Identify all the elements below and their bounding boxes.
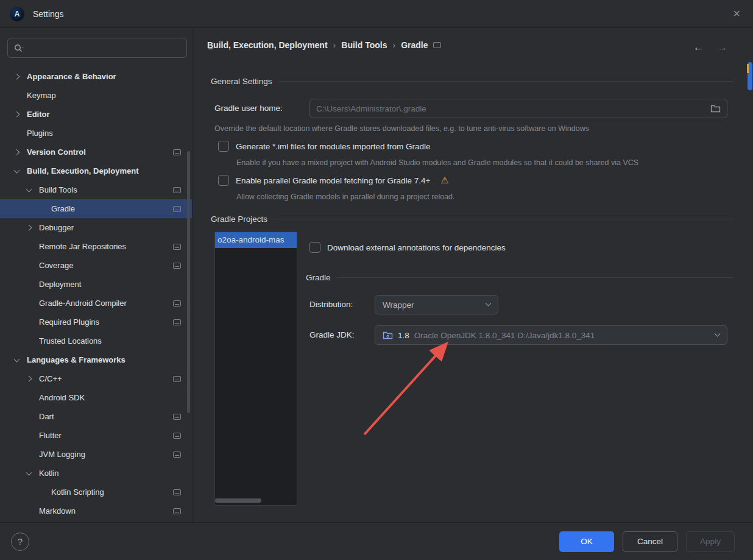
sidebar-item-label: Build Tools [39, 185, 77, 194]
breadcrumb-part[interactable]: Gradle [401, 40, 428, 50]
sidebar-item-required-plugins[interactable]: Required Plugins [0, 313, 192, 331]
distribution-value: Wrapper [383, 300, 414, 310]
sidebar-item-android-sdk[interactable]: Android SDK [0, 388, 192, 407]
project-list-item[interactable]: o2oa-android-mas [215, 232, 297, 248]
chevron-down-icon[interactable] [26, 186, 32, 192]
sidebar-item-label: JVM Logging [39, 450, 85, 459]
sidebar-item-version-control[interactable]: Version Control [0, 143, 192, 161]
sidebar-item-appearance-behavior[interactable]: Appearance & Behavior [0, 67, 192, 86]
sidebar-item-build-tools[interactable]: Build Tools [0, 180, 192, 199]
sidebar-item-label: Build, Execution, Deployment [27, 166, 138, 175]
back-arrow-icon[interactable]: ← [693, 41, 704, 54]
sidebar-item-keymap[interactable]: Keymap [0, 86, 192, 105]
dialog-buttons: OK Cancel Apply [559, 531, 735, 552]
gradle-projects-list[interactable]: o2oa-android-mas [214, 232, 297, 506]
sidebar-item-label: Deployment [39, 280, 81, 289]
chevron-right-icon[interactable] [26, 224, 32, 230]
jdk-version: 1.8 [398, 331, 409, 340]
generate-iml-row: Generate *.iml files for modules importe… [218, 141, 431, 152]
sidebar-item-deployment[interactable]: Deployment [0, 275, 192, 294]
sidebar-item-flutter[interactable]: Flutter [0, 426, 192, 445]
section-divider [274, 219, 734, 219]
gradle-projects-header: Gradle Projects [211, 214, 734, 224]
section-divider [337, 277, 734, 278]
sidebar-item-c-c[interactable]: C/C++ [0, 369, 192, 388]
sidebar-item-plugins[interactable]: Plugins [0, 124, 192, 143]
parallel-fetch-checkbox[interactable] [218, 175, 229, 186]
search-input[interactable] [7, 38, 187, 58]
breadcrumb-part[interactable]: Build Tools [341, 40, 387, 50]
screen-badge-icon [173, 244, 181, 250]
sidebar-item-dart[interactable]: Dart [0, 407, 192, 426]
screen-badge-icon [173, 300, 181, 307]
sidebar-item-label: C/C++ [39, 374, 62, 383]
sidebar-item-label: Trusted Locations [39, 336, 102, 346]
screen-badge-icon [173, 149, 181, 155]
sidebar-item-label: Required Plugins [39, 317, 99, 327]
help-button[interactable]: ? [11, 533, 29, 551]
sidebar-item-build-execution-deployment[interactable]: Build, Execution, Deployment [0, 161, 192, 180]
ok-button[interactable]: OK [559, 531, 614, 552]
general-settings-header: General Settings [211, 77, 734, 86]
parallel-fetch-row: Enable parallel Gradle model fetching fo… [218, 175, 449, 186]
folder-icon[interactable] [710, 104, 721, 113]
sidebar-item-gradle[interactable]: Gradle [0, 199, 192, 218]
screen-badge-icon [173, 206, 181, 212]
settings-content: Build, Execution, Deployment › Build Too… [193, 28, 753, 522]
sidebar-item-label: Version Control [27, 147, 86, 157]
gradle-user-home-field[interactable]: C:\Users\Administrator\.gradle [309, 99, 727, 118]
chevron-down-icon [715, 330, 721, 336]
screen-badge-icon [173, 263, 181, 269]
chevron-right-icon[interactable] [14, 149, 20, 155]
chevron-right-icon[interactable] [14, 73, 20, 79]
content-scrollbar[interactable] [747, 58, 753, 522]
chevron-right-icon[interactable] [14, 111, 20, 117]
distribution-label: Distribution: [309, 300, 353, 309]
sidebar-item-remote-jar-repositories[interactable]: Remote Jar Repositories [0, 237, 192, 256]
chevron-right-icon[interactable] [26, 375, 32, 381]
sidebar-item-jvm-logging[interactable]: JVM Logging [0, 445, 192, 464]
screen-badge-icon [173, 433, 181, 439]
gradle-jdk-dropdown[interactable]: 1.8 Oracle OpenJDK 1.8.0_341 D:/Java/jdk… [375, 325, 727, 345]
sidebar-item-kotlin[interactable]: Kotlin [0, 464, 192, 483]
close-icon[interactable]: ✕ [733, 8, 741, 19]
sidebar-item-coverage[interactable]: Coverage [0, 256, 192, 275]
chevron-down-icon[interactable] [14, 356, 20, 362]
screen-badge-icon [173, 508, 181, 514]
download-annotations-checkbox[interactable] [309, 242, 320, 253]
breadcrumb-separator-icon: › [333, 40, 336, 50]
projects-list-hscrollbar[interactable] [215, 498, 261, 503]
sidebar-item-label: Android SDK [39, 393, 85, 402]
sidebar-item-label: Dart [39, 412, 54, 421]
titlebar: A Settings ✕ [0, 0, 753, 28]
chevron-down-icon[interactable] [14, 167, 20, 173]
android-studio-icon: A [10, 7, 24, 21]
sidebar-item-label: Appearance & Behavior [27, 72, 116, 81]
generate-iml-checkbox[interactable] [218, 141, 229, 152]
download-annotations-row: Download external annotations for depend… [309, 242, 506, 253]
sidebar-item-kotlin-scripting[interactable]: Kotlin Scripting [0, 483, 192, 502]
cancel-button[interactable]: Cancel [623, 531, 677, 552]
settings-tree: Appearance & BehaviorKeymapEditorPlugins… [0, 67, 192, 520]
dialog-footer: ? OK Cancel Apply [0, 522, 753, 560]
gradle-user-home-value: C:\Users\Administrator\.gradle [316, 104, 710, 113]
sidebar-item-debugger[interactable]: Debugger [0, 218, 192, 237]
sidebar-item-gradle-android-compiler[interactable]: Gradle-Android Compiler [0, 294, 192, 313]
sidebar-item-label: Remote Jar Repositories [39, 242, 126, 251]
breadcrumb-part[interactable]: Build, Execution, Deployment [207, 40, 328, 50]
distribution-dropdown[interactable]: Wrapper [375, 295, 498, 314]
screen-badge-icon [173, 414, 181, 420]
sidebar-item-markdown[interactable]: Markdown [0, 502, 192, 520]
forward-arrow-icon[interactable]: → [717, 41, 727, 54]
sidebar-item-trusted-locations[interactable]: Trusted Locations [0, 331, 192, 350]
screen-badge-icon [173, 376, 181, 382]
screen-badge-icon [173, 187, 181, 193]
sidebar-item-label: Keymap [27, 91, 56, 100]
gradle-subsection-header: Gradle [306, 273, 734, 282]
breadcrumb: Build, Execution, Deployment › Build Too… [207, 40, 441, 50]
chevron-down-icon[interactable] [26, 469, 32, 475]
sidebar-item-languages-frameworks[interactable]: Languages & Frameworks [0, 350, 192, 369]
sidebar-scrollbar[interactable] [187, 151, 190, 413]
sidebar-item-label: Debugger [39, 223, 74, 232]
sidebar-item-editor[interactable]: Editor [0, 105, 192, 124]
